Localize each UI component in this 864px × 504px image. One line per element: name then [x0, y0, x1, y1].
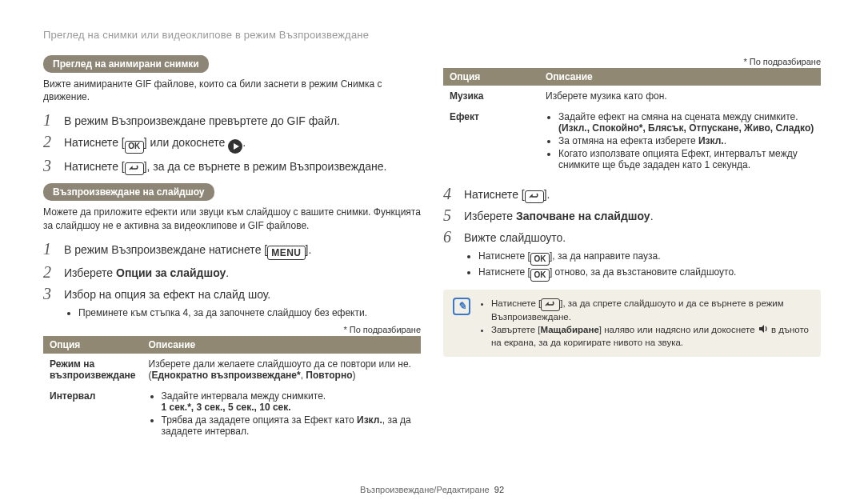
- default-note-left: * По подразбиране: [43, 325, 421, 334]
- step-s1: 1 В режим Възпроизвеждане натиснете [MEN…: [43, 240, 421, 261]
- step-3: 3 Натиснете [], за да се върнете в режим…: [43, 157, 421, 175]
- table-header-desc: Описание: [142, 336, 422, 354]
- left-column: Преглед на анимирани снимки Вижте анимир…: [43, 55, 421, 443]
- info-icon: ✎: [453, 298, 470, 315]
- table-row: Eфект Задайте ефект на смяна на сцената …: [443, 106, 821, 177]
- section-pill-animated: Преглед на анимирани снимки: [43, 55, 209, 73]
- step-s3-bullets: Преминете към стъпка 4, за да започнете …: [66, 306, 421, 319]
- step-2: 2 Натиснете [OK] или докоснете .: [43, 133, 421, 154]
- ok-key-icon: OK: [125, 141, 144, 154]
- table-row: Музика Изберете музика като фон.: [443, 86, 821, 106]
- section-pill-slideshow: Възпроизвеждане на слайдшоу: [43, 183, 214, 201]
- play-icon: [228, 139, 242, 154]
- ok-key-icon: OK: [530, 269, 550, 282]
- table-row: Интервал Задайте интервала между снимкит…: [43, 386, 421, 443]
- step-6: 6 Вижте слайдшоуто.: [443, 228, 821, 246]
- menu-key-icon: MENU: [267, 246, 305, 260]
- breadcrumb: Преглед на снимки или видеоклипове в реж…: [43, 29, 821, 41]
- tips-box: ✎ Натиснете [], за да спрете слайдшоуто …: [443, 290, 821, 358]
- step-4: 4 Натиснете [].: [443, 185, 821, 203]
- options-table-right: Опция Описание Музика Изберете музика ка…: [443, 68, 821, 177]
- table-header-desc: Описание: [539, 68, 821, 86]
- options-table-left: Опция Описание Режим на възпроизвеждане …: [43, 336, 421, 443]
- step-s3: 3 Избор на опция за ефект на слайд шоу.: [43, 285, 421, 303]
- step-6-bullets: Натиснете [OK], за да направите пауза. Н…: [466, 250, 821, 282]
- back-key-icon: [541, 298, 560, 311]
- intro-slideshow: Можете да приложите ефекти или звуци към…: [43, 206, 421, 231]
- step-1: 1 В режим Възпроизвеждане превъртете до …: [43, 111, 421, 130]
- intro-animated: Вижте анимираните GIF файлове, които са …: [43, 78, 421, 103]
- ok-key-icon: OK: [530, 253, 550, 266]
- step-5: 5 Изберете Започване на слайдшоу.: [443, 206, 821, 225]
- page-footer: Възпроизвеждане/Pедактиране 92: [0, 485, 864, 494]
- right-column: * По подразбиране Опция Описание Музика …: [443, 55, 821, 443]
- default-note-right: * По подразбиране: [443, 57, 821, 66]
- table-header-option: Опция: [43, 336, 142, 354]
- step-s2: 2 Изберете Опции за слайдшоу.: [43, 263, 421, 282]
- back-key-icon: [525, 190, 544, 203]
- table-header-option: Опция: [443, 68, 539, 86]
- speaker-icon: [758, 323, 769, 334]
- back-key-icon: [125, 162, 144, 175]
- table-row: Режим на възпроизвеждане Изберете дали ж…: [43, 354, 421, 386]
